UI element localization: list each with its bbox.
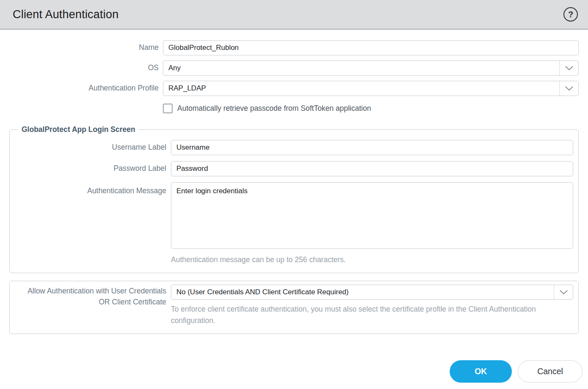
auth-profile-dropdown-value: RAP_LDAP	[163, 84, 559, 93]
os-field-wrap: Any	[163, 60, 579, 76]
dialog-title: Client Authentication	[13, 8, 118, 21]
name-field-wrap	[163, 40, 579, 55]
os-label: OS	[9, 63, 159, 73]
name-row: Name	[9, 40, 579, 55]
auth-message-label: Authentication Message	[15, 182, 166, 196]
auth-profile-label: Authentication Profile	[9, 83, 159, 93]
auth-message-field-wrap: Enter login credentials Authentication m…	[171, 182, 573, 265]
password-label: Password Label	[15, 163, 166, 174]
dialog-header: Client Authentication ?	[0, 0, 588, 30]
cert-label: Allow Authentication with User Credentia…	[15, 285, 166, 307]
login-screen-legend: GlobalProtect App Login Screen	[18, 125, 139, 134]
chevron-down-icon[interactable]	[554, 290, 573, 295]
auth-message-row: Authentication Message Enter login crede…	[15, 182, 573, 265]
cert-dropdown[interactable]: No (User Credentials AND Client Certific…	[171, 285, 573, 300]
username-label: Username Label	[15, 142, 166, 153]
softtoken-row: Automatically retrieve passcode from Sof…	[163, 104, 579, 113]
username-label-row: Username Label	[15, 140, 573, 155]
softtoken-checkbox[interactable]	[163, 104, 173, 113]
cancel-button[interactable]: Cancel	[518, 360, 583, 383]
auth-profile-row: Authentication Profile RAP_LDAP	[9, 81, 579, 96]
footer: OK Cancel	[0, 360, 583, 383]
auth-profile-dropdown[interactable]: RAP_LDAP	[163, 81, 579, 96]
os-dropdown-value: Any	[163, 64, 559, 72]
username-label-input[interactable]	[171, 140, 573, 155]
help-icon-glyph: ?	[568, 10, 573, 19]
form-area: Name OS Any Authentication Profile RAP_L…	[0, 30, 588, 383]
name-input[interactable]	[163, 40, 579, 55]
login-screen-panel: GlobalProtect App Login Screen Username …	[9, 125, 579, 273]
chevron-down-icon[interactable]	[560, 66, 578, 71]
os-row: OS Any	[9, 60, 579, 76]
password-label-row: Password Label	[15, 161, 573, 176]
auth-message-hint: Authentication message can be up to 256 …	[171, 254, 543, 265]
auth-message-textarea[interactable]: Enter login credentials	[171, 182, 573, 249]
cert-dropdown-value: No (User Credentials AND Client Certific…	[171, 288, 554, 296]
cert-row: Allow Authentication with User Credentia…	[15, 285, 573, 326]
ok-button[interactable]: OK	[450, 360, 512, 383]
cert-hint: To enforce client certificate authentica…	[171, 304, 543, 326]
help-icon[interactable]: ?	[563, 7, 578, 22]
os-dropdown[interactable]: Any	[163, 60, 579, 76]
name-label: Name	[9, 43, 159, 53]
cert-field-wrap: No (User Credentials AND Client Certific…	[171, 285, 573, 326]
username-field-wrap	[171, 140, 573, 155]
password-label-input[interactable]	[171, 161, 573, 176]
softtoken-checkbox-label: Automatically retrieve passcode from Sof…	[177, 104, 371, 113]
chevron-down-icon[interactable]	[560, 86, 578, 91]
auth-profile-field-wrap: RAP_LDAP	[163, 81, 579, 96]
password-field-wrap	[171, 161, 573, 176]
cert-panel: Allow Authentication with User Credentia…	[9, 281, 579, 334]
